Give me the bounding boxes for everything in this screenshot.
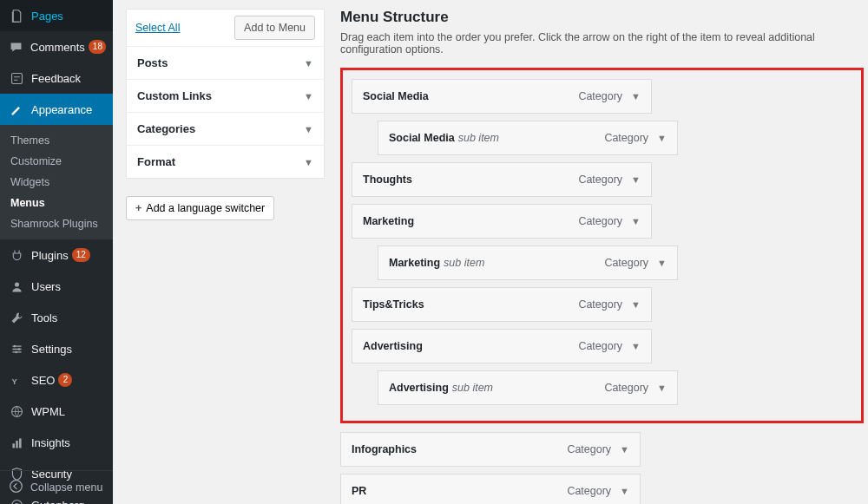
chevron-down-icon[interactable]: ▼ [631,299,641,310]
chevron-down-icon[interactable]: ▼ [657,383,667,393]
menu-item-type: Category [578,340,622,352]
chevron-down-icon: ▼ [304,157,313,167]
menu-item-type: Category [604,382,648,394]
menu-item-advertising[interactable]: AdvertisingCategory▼ [352,329,652,363]
highlighted-menu-items: Social MediaCategory▼Social Mediasub ite… [340,68,864,423]
menu-item-tips-tricks[interactable]: Tips&TricksCategory▼ [352,287,652,322]
svg-point-12 [10,481,23,493]
feedback-icon [9,70,24,86]
accordion-label: Posts [137,56,168,69]
menu-item-title: Tips&Tricks [363,298,424,311]
settings-icon [9,341,24,357]
accordion-categories[interactable]: Categories▼ [127,112,324,145]
chevron-down-icon[interactable]: ▼ [631,216,641,226]
sidebar-label: Feedback [31,72,81,85]
sidebar-label: SEO [31,374,55,387]
chevron-down-icon[interactable]: ▼ [631,91,641,101]
add-items-panel: Select All Add to Menu Posts▼Custom Link… [113,0,340,504]
svg-point-4 [15,350,17,353]
sub-item-label: sub item [444,257,484,269]
menu-structure-title: Menu Structure [340,9,864,26]
accordion-custom-links[interactable]: Custom Links▼ [127,79,324,112]
collapse-label: Collapse menu [30,481,102,494]
svg-rect-9 [19,438,22,448]
plus-icon: + [135,202,141,214]
sidebar-item-insights[interactable]: Insights [0,427,113,458]
sidebar-label: Pages [31,10,63,23]
chevron-down-icon[interactable]: ▼ [631,174,641,185]
submenu-shamrock-plugins[interactable]: Shamrock Plugins [0,213,113,234]
badge: 18 [89,40,106,54]
users-icon [9,278,24,294]
sidebar-label: Tools [31,311,57,324]
menu-item-title: Advertisingsub item [389,382,493,394]
menu-item-meta: Category▼ [604,257,667,269]
tools-icon [9,310,24,325]
menu-structure-panel: Menu Structure Drag each item into the o… [340,0,868,504]
menu-item-type: Category [578,298,622,311]
menu-item-title: Marketingsub item [389,257,484,269]
comments-icon [9,39,23,55]
menu-item-meta: Category▼ [567,443,629,455]
menu-item-social-media[interactable]: Social Mediasub itemCategory▼ [378,121,678,155]
menu-item-marketing[interactable]: Marketingsub itemCategory▼ [378,245,678,280]
svg-point-3 [17,348,20,350]
menu-item-thoughts[interactable]: ThoughtsCategory▼ [352,162,652,197]
chevron-down-icon: ▼ [304,124,313,134]
chevron-down-icon[interactable]: ▼ [631,341,641,351]
sidebar-item-feedback[interactable]: Feedback [0,62,113,94]
submenu-widgets[interactable]: Widgets [0,172,113,193]
menu-item-meta: Category▼ [578,90,641,102]
chevron-down-icon[interactable]: ▼ [657,258,667,268]
menu-item-title: Thoughts [363,173,412,186]
sidebar-item-plugins[interactable]: Plugins12 [0,239,113,271]
sidebar-label: WPML [31,405,65,418]
accordion-label: Format [137,155,175,168]
menu-item-type: Category [567,485,611,497]
collapse-menu[interactable]: Collapse menu [0,470,113,504]
add-language-switcher-button[interactable]: + Add a language switcher [126,196,274,220]
add-items-box: Select All Add to Menu Posts▼Custom Link… [126,9,325,179]
add-to-menu-button[interactable]: Add to Menu [234,16,315,40]
menu-item-pr[interactable]: PRCategory▼ [340,474,641,504]
insights-icon [9,435,24,450]
submenu-menus[interactable]: Menus [0,193,113,213]
sub-item-label: sub item [452,382,493,394]
chevron-down-icon[interactable]: ▼ [620,444,629,455]
sidebar-item-seo[interactable]: YSEO2 [0,364,113,396]
menu-item-meta: Category▼ [604,132,667,144]
sidebar-label: Insights [31,436,70,449]
menu-item-advertising[interactable]: Advertisingsub itemCategory▼ [378,370,678,405]
submenu-themes[interactable]: Themes [0,130,113,151]
badge: 12 [72,248,90,262]
chevron-down-icon[interactable]: ▼ [620,486,629,496]
menu-item-infographics[interactable]: InfographicsCategory▼ [340,432,641,467]
sidebar-item-users[interactable]: Users [0,271,113,302]
menu-item-title: Social Media [363,90,429,102]
sidebar-item-pages[interactable]: Pages [0,0,113,31]
sidebar-item-settings[interactable]: Settings [0,333,113,364]
chevron-down-icon[interactable]: ▼ [657,133,667,143]
svg-text:Y: Y [11,376,17,385]
svg-point-1 [14,282,18,286]
appearance-submenu: ThemesCustomizeWidgetsMenusShamrock Plug… [0,125,113,239]
menu-item-meta: Category▼ [578,340,641,352]
menu-item-type: Category [604,257,648,269]
select-all-link[interactable]: Select All [135,22,180,34]
wpml-icon [9,403,24,419]
accordion-posts[interactable]: Posts▼ [127,47,324,79]
accordion-format[interactable]: Format▼ [127,145,324,178]
menu-item-type: Category [578,215,622,227]
menu-item-marketing[interactable]: MarketingCategory▼ [352,204,652,239]
sidebar-item-wpml[interactable]: WPML [0,396,113,427]
menu-item-type: Category [604,132,648,144]
menu-item-meta: Category▼ [578,215,641,227]
sidebar-item-comments[interactable]: Comments18 [0,31,113,62]
submenu-customize[interactable]: Customize [0,151,113,172]
svg-rect-0 [11,73,22,83]
menu-item-social-media[interactable]: Social MediaCategory▼ [352,79,652,114]
accordion-label: Custom Links [137,89,212,102]
sidebar-item-tools[interactable]: Tools [0,302,113,333]
panel-top-row: Select All Add to Menu [127,10,324,47]
sidebar-item-appearance[interactable]: Appearance [0,94,113,125]
